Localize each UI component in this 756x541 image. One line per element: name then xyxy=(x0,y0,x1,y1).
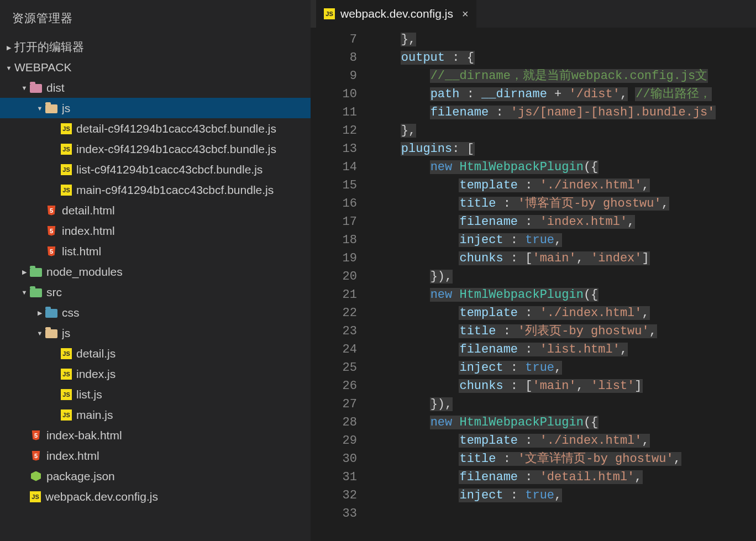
tree-item-label: index-c9f41294b1cacc43cbcf.bundle.js xyxy=(76,143,276,156)
folder-icon xyxy=(45,307,57,319)
app-root: 资源管理器 打开的编辑器 WEBPACK distjsdetail-c9f412… xyxy=(0,0,756,541)
chevron-right-icon[interactable] xyxy=(34,308,45,317)
line-number: 23 xyxy=(311,322,357,340)
tab-active[interactable]: webpack.dev.config.js × xyxy=(316,0,476,28)
tree-item[interactable]: list-c9f41294b1cacc43cbcf.bundle.js xyxy=(0,159,311,180)
code-line: title : '文章详情页-by ghostwu', xyxy=(371,450,756,468)
tree-item-label: list.html xyxy=(62,245,101,258)
explorer-title: 资源管理器 xyxy=(0,0,311,36)
code-line: filename : 'detail.html', xyxy=(371,468,756,486)
editor-area: webpack.dev.config.js × 7891011121314151… xyxy=(311,0,756,541)
tree-item-label: index.js xyxy=(76,367,116,381)
line-number: 7 xyxy=(311,30,357,49)
line-number: 15 xyxy=(311,176,357,195)
editor-tabs: webpack.dev.config.js × xyxy=(311,0,756,28)
line-number: 13 xyxy=(311,140,357,158)
line-number: 9 xyxy=(311,67,357,85)
close-icon[interactable]: × xyxy=(462,8,469,20)
line-number: 28 xyxy=(311,413,357,432)
line-number: 11 xyxy=(311,103,357,122)
tree-item[interactable]: js xyxy=(0,323,311,343)
folder-icon xyxy=(30,82,42,94)
code-line: template : './index.html', xyxy=(371,304,756,322)
code-line: inject : true, xyxy=(371,231,756,249)
code-line: }), xyxy=(371,395,756,413)
tree-item[interactable]: detail.html xyxy=(0,200,311,220)
tree-item-label: index-bak.html xyxy=(46,429,122,442)
tree-item[interactable]: list.html xyxy=(0,241,311,261)
code-line: }, xyxy=(371,122,756,140)
editor-body: 7891011121314151617181920212223242526272… xyxy=(311,28,756,541)
tree-item[interactable]: index.html xyxy=(0,445,311,466)
tree-item-label: detail-c9f41294b1cacc43cbcf.bundle.js xyxy=(76,122,276,135)
line-number: 29 xyxy=(311,432,357,450)
explorer-title-label: 资源管理器 xyxy=(12,10,73,26)
code-line: new HtmlWebpackPlugin({ xyxy=(371,158,756,176)
code-line: title : '列表页-by ghostwu', xyxy=(371,322,756,340)
tree-item[interactable]: package.json xyxy=(0,466,311,486)
tree-item[interactable]: src xyxy=(0,282,311,302)
line-number: 31 xyxy=(311,468,357,486)
tree-item[interactable]: detail-c9f41294b1cacc43cbcf.bundle.js xyxy=(0,118,311,139)
code-line: path : __dirname + '/dist', //输出路径， xyxy=(371,85,756,103)
tree-item[interactable]: index-c9f41294b1cacc43cbcf.bundle.js xyxy=(0,139,311,159)
file-tree: distjsdetail-c9f41294b1cacc43cbcf.bundle… xyxy=(0,77,311,541)
tree-item-label: detail.js xyxy=(76,347,116,360)
html-icon xyxy=(30,450,42,462)
js-icon xyxy=(61,369,72,380)
tree-item[interactable]: main-c9f41294b1cacc43cbcf.bundle.js xyxy=(0,180,311,200)
tree-item[interactable]: node_modules xyxy=(0,261,311,282)
tree-item[interactable]: webpack.dev.config.js xyxy=(0,486,311,507)
tree-item-label: js xyxy=(62,327,70,340)
tree-item[interactable]: js xyxy=(0,98,311,118)
folder-icon xyxy=(45,327,57,339)
code-line: filename : 'list.html', xyxy=(371,340,756,359)
code-line: output : { xyxy=(371,49,756,67)
code-content[interactable]: }, output : { //__dirname，就是当前webpack.co… xyxy=(371,28,756,541)
tree-item[interactable]: css xyxy=(0,302,311,323)
code-line: //__dirname，就是当前webpack.config.js文 xyxy=(371,67,756,85)
chevron-down-icon[interactable] xyxy=(34,104,45,112)
explorer-panel: 资源管理器 打开的编辑器 WEBPACK distjsdetail-c9f412… xyxy=(0,0,311,541)
folder-icon xyxy=(30,286,42,298)
js-icon xyxy=(61,348,72,359)
js-icon xyxy=(30,491,41,502)
code-line: filename : 'js/[name]-[hash].bundle.js' xyxy=(371,103,756,122)
line-number: 19 xyxy=(311,249,357,267)
tree-item-label: list-c9f41294b1cacc43cbcf.bundle.js xyxy=(76,163,262,176)
line-number: 10 xyxy=(311,85,357,103)
js-icon xyxy=(61,144,72,155)
chevron-down-icon[interactable] xyxy=(19,83,30,92)
code-line: }), xyxy=(371,267,756,286)
tree-item-label: webpack.dev.config.js xyxy=(45,490,158,503)
html-icon xyxy=(45,204,57,217)
tree-item[interactable]: list.js xyxy=(0,384,311,405)
line-number: 21 xyxy=(311,286,357,304)
code-line: inject : true, xyxy=(371,486,756,505)
node-icon xyxy=(30,470,42,482)
open-editors-header[interactable]: 打开的编辑器 xyxy=(0,36,311,57)
chevron-down-icon[interactable] xyxy=(34,329,45,337)
code-line: }, xyxy=(371,30,756,49)
line-number: 14 xyxy=(311,158,357,176)
chevron-right-icon[interactable] xyxy=(19,267,30,276)
tree-item[interactable]: index-bak.html xyxy=(0,425,311,445)
tree-item-label: node_modules xyxy=(46,265,123,279)
tree-item[interactable]: main.js xyxy=(0,405,311,425)
js-icon xyxy=(61,409,72,421)
chevron-right-icon xyxy=(3,43,14,51)
chevron-down-icon[interactable] xyxy=(19,288,30,296)
html-icon xyxy=(45,245,57,258)
tree-item[interactable]: dist xyxy=(0,77,311,98)
line-number: 20 xyxy=(311,267,357,286)
project-header[interactable]: WEBPACK xyxy=(0,57,311,77)
code-line: filename : 'index.html', xyxy=(371,213,756,231)
tree-item[interactable]: index.html xyxy=(0,220,311,241)
tree-item[interactable]: index.js xyxy=(0,364,311,384)
tree-item-label: list.js xyxy=(76,388,102,401)
tree-item-label: detail.html xyxy=(62,204,115,217)
line-number: 18 xyxy=(311,231,357,249)
tree-item-label: src xyxy=(46,286,62,299)
js-icon xyxy=(324,8,335,19)
tree-item[interactable]: detail.js xyxy=(0,343,311,364)
